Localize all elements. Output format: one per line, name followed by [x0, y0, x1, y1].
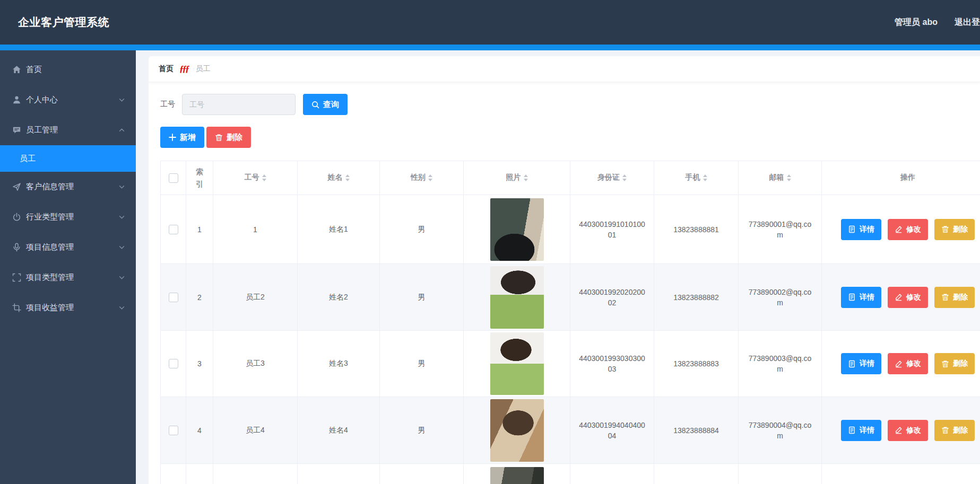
column-header-id_card[interactable]: 身份证: [570, 161, 654, 195]
cell-id-card: 440300199303030003: [570, 331, 654, 397]
breadcrumb: 首页 ƒƒƒ 员工: [149, 56, 980, 82]
table-row: 4员工4姓名4男44030019940404000413823888884773…: [161, 397, 980, 464]
sidebar-item-3[interactable]: 客户信息管理: [0, 172, 136, 202]
trash-icon: [215, 134, 223, 142]
detail-button[interactable]: 详情: [841, 353, 881, 374]
cell-email: 773890001@qq.com: [739, 195, 822, 264]
brackets-icon: [12, 273, 21, 282]
detail-button[interactable]: 详情: [841, 420, 881, 441]
row-checkbox[interactable]: [169, 426, 178, 435]
column-header-gender[interactable]: 性别: [380, 161, 464, 195]
employee-photo: [490, 266, 544, 329]
doc-icon: [848, 426, 856, 434]
sort-icon: [622, 174, 627, 181]
sidebar-item-label: 项目类型管理: [26, 272, 74, 283]
table-row: 2员工2姓名2男44030019920202000213823888882773…: [161, 264, 980, 331]
cell-emp-no: [213, 464, 298, 484]
doc-icon: [848, 225, 856, 233]
detail-button[interactable]: 详情: [841, 219, 881, 240]
sidebar-item-7[interactable]: 项目收益管理: [0, 293, 136, 323]
column-header-actions: 操作: [822, 161, 980, 195]
row-delete-button[interactable]: 删除: [934, 420, 975, 441]
admin-user-link[interactable]: 管理员 abo: [895, 17, 938, 28]
sidebar-item-label: 客户信息管理: [26, 182, 74, 192]
sidebar-item-label: 项目收益管理: [26, 303, 74, 313]
search-form: 工号 查询: [160, 94, 980, 115]
row-checkbox[interactable]: [169, 359, 178, 368]
row-actions: 详情修改删除: [822, 219, 980, 240]
edit-button[interactable]: 修改: [888, 353, 928, 374]
row-delete-button[interactable]: 删除: [934, 287, 975, 308]
edit-button[interactable]: 修改: [888, 287, 928, 308]
sort-icon: [787, 174, 791, 181]
delete-selected-button[interactable]: 删除: [206, 127, 251, 148]
sidebar-item-2[interactable]: 员工管理: [0, 115, 136, 145]
sidebar-subitem-员工[interactable]: 员工: [0, 145, 136, 172]
content-area: 首页 ƒƒƒ 员工 工号 查询: [136, 50, 980, 484]
table-header-row: 索引工号姓名性别照片身份证手机邮箱操作: [161, 161, 980, 195]
cell-email: 773890002@qq.com: [739, 264, 822, 331]
employee-photo: [490, 198, 544, 261]
breadcrumb-current: 员工: [196, 64, 211, 74]
column-header-emp_no[interactable]: 工号: [213, 161, 298, 195]
row-checkbox[interactable]: [169, 225, 178, 234]
sidebar-item-label: 个人中心: [26, 95, 58, 105]
cell-phone: [654, 464, 739, 484]
row-delete-button[interactable]: 删除: [934, 219, 975, 240]
chevron-up-icon: [118, 127, 125, 134]
topbar: 企业客户管理系统 管理员 abo 退出登: [0, 0, 980, 45]
logout-link[interactable]: 退出登: [955, 17, 980, 28]
pen-icon: [895, 225, 903, 233]
cell-gender: 男: [380, 331, 464, 397]
user-icon: [12, 95, 21, 104]
pen-icon: [895, 426, 903, 434]
cell-phone: 13823888881: [654, 195, 739, 264]
row-actions: 详情修改删除: [822, 353, 980, 374]
detail-button[interactable]: 详情: [841, 287, 881, 308]
cell-id-card: 440300199101010001: [570, 195, 654, 264]
pen-icon: [895, 360, 903, 368]
sidebar-item-1[interactable]: 个人中心: [0, 85, 136, 115]
column-header-email[interactable]: 邮箱: [739, 161, 822, 195]
table-row: [161, 464, 980, 484]
cell-gender: [380, 464, 464, 484]
home-icon: [12, 65, 21, 74]
breadcrumb-home[interactable]: 首页: [159, 64, 174, 74]
sidebar-item-6[interactable]: 项目类型管理: [0, 262, 136, 293]
mic-icon: [12, 243, 21, 252]
cell-gender: 男: [380, 397, 464, 464]
row-actions: 详情修改删除: [822, 420, 980, 441]
sidebar-item-0[interactable]: 首页: [0, 55, 136, 85]
cell-name: 姓名1: [298, 195, 380, 264]
select-all-cell: [161, 161, 186, 195]
add-button[interactable]: 新增: [160, 127, 204, 148]
trash-icon: [941, 426, 949, 434]
column-header-photo[interactable]: 照片: [464, 161, 570, 195]
search-button[interactable]: 查询: [303, 94, 348, 115]
edit-button[interactable]: 修改: [888, 219, 928, 240]
cell-email: [739, 464, 822, 484]
sort-icon: [345, 174, 350, 181]
sidebar-item-label: 首页: [26, 65, 42, 75]
cell-phone: 13823888883: [654, 331, 739, 397]
column-header-phone[interactable]: 手机: [654, 161, 739, 195]
cell-emp-no: 员工2: [213, 264, 298, 331]
cell-phone: 13823888884: [654, 397, 739, 464]
cell-index: 1: [186, 195, 213, 264]
sidebar-item-5[interactable]: 项目信息管理: [0, 232, 136, 262]
trash-icon: [941, 225, 949, 233]
empno-label: 工号: [160, 100, 175, 109]
cell-name: [298, 464, 380, 484]
sidebar-item-4[interactable]: 行业类型管理: [0, 202, 136, 232]
row-delete-button[interactable]: 删除: [934, 353, 975, 374]
edit-button[interactable]: 修改: [888, 420, 928, 441]
empno-input[interactable]: [182, 94, 296, 115]
employee-photo: [490, 467, 544, 484]
select-all-checkbox[interactable]: [169, 173, 178, 183]
sidebar-subitem-label: 员工: [20, 154, 36, 164]
row-checkbox[interactable]: [169, 293, 178, 302]
column-header-name[interactable]: 姓名: [298, 161, 380, 195]
cell-emp-no: 员工3: [213, 331, 298, 397]
doc-icon: [848, 360, 856, 368]
crop-icon: [12, 303, 21, 312]
